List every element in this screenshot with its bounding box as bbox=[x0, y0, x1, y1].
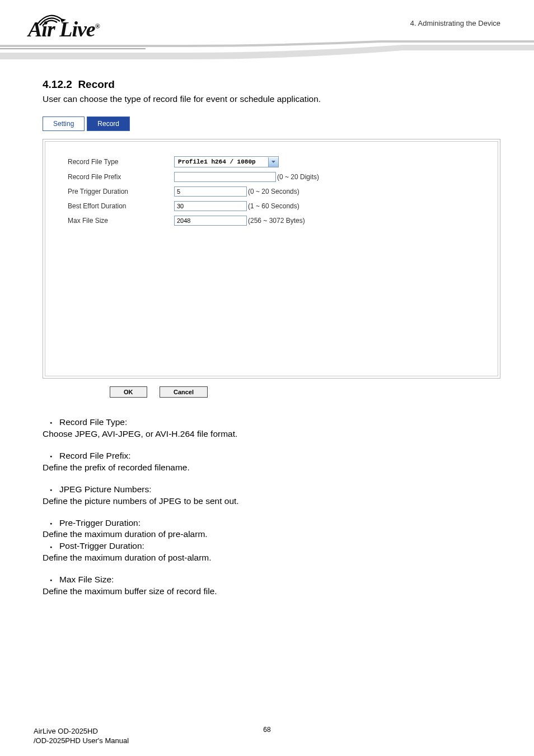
brand-name: Air Live® bbox=[28, 17, 100, 41]
settings-panel: Record File Type Profile1 h264 / 1080p R… bbox=[43, 139, 500, 379]
section-heading: 4.12.2 Record bbox=[43, 78, 500, 91]
tab-setting[interactable]: Setting bbox=[43, 116, 85, 131]
input-max-file-size[interactable] bbox=[174, 216, 247, 226]
label-record-file-prefix: Record File Prefix bbox=[68, 173, 174, 181]
section-description: User can choose the type of record file … bbox=[43, 94, 500, 104]
tab-record[interactable]: Record bbox=[87, 116, 130, 131]
select-record-file-type[interactable]: Profile1 h264 / 1080p bbox=[174, 156, 279, 167]
hint-best-effort: (1 ~ 60 Seconds) bbox=[248, 202, 299, 210]
hint-max-file-size: (256 ~ 3072 Bytes) bbox=[248, 217, 305, 225]
label-max-file-size: Max File Size bbox=[68, 217, 174, 225]
ok-button[interactable]: OK bbox=[110, 386, 147, 398]
body-text: Record File Type: Choose JPEG, AVI-JPEG,… bbox=[43, 417, 500, 598]
hint-prefix: (0 ~ 20 Digits) bbox=[277, 173, 319, 181]
tab-bar: Setting Record bbox=[43, 116, 500, 131]
label-record-file-type: Record File Type bbox=[68, 158, 174, 166]
cancel-button[interactable]: Cancel bbox=[160, 386, 208, 398]
label-pre-trigger: Pre Trigger Duration bbox=[68, 188, 174, 195]
chevron-down-icon[interactable] bbox=[268, 157, 278, 167]
select-value: Profile1 h264 / 1080p bbox=[175, 158, 268, 165]
breadcrumb: 4. Administrating the Device bbox=[410, 19, 500, 27]
input-record-file-prefix[interactable] bbox=[174, 172, 276, 182]
header-divider bbox=[0, 40, 534, 62]
footer-left: AirLive OD-2025HD /OD-2025PHD User's Man… bbox=[34, 726, 129, 746]
brand-logo: Air Live® bbox=[28, 17, 100, 41]
input-pre-trigger[interactable] bbox=[174, 186, 247, 197]
input-best-effort[interactable] bbox=[174, 201, 247, 211]
hint-pre-trigger: (0 ~ 20 Seconds) bbox=[248, 188, 299, 195]
label-best-effort: Best Effort Duration bbox=[68, 202, 174, 210]
